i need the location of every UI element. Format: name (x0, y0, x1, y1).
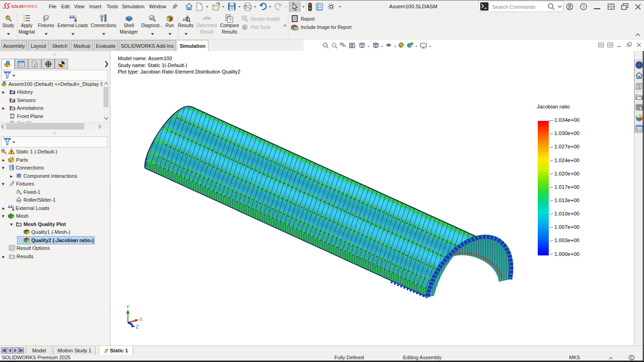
svg-text:Y: Y (126, 304, 130, 310)
svg-text:1.007e+00: 1.007e+00 (554, 224, 580, 230)
svg-text:?: ? (582, 4, 585, 9)
svg-text:1.003e+00: 1.003e+00 (554, 238, 580, 243)
svg-text:1.013e+00: 1.013e+00 (554, 198, 580, 203)
svg-text:1.017e+00: 1.017e+00 (554, 184, 580, 190)
svg-text:1.000e+00: 1.000e+00 (554, 251, 580, 257)
svg-text:1.010e+00: 1.010e+00 (554, 211, 580, 216)
svg-text:Z: Z (136, 324, 139, 329)
svg-text:?: ? (229, 17, 232, 22)
svg-text:A: A (12, 107, 13, 110)
svg-text:X: X (139, 317, 143, 322)
svg-text:1.034e+00: 1.034e+00 (554, 117, 580, 123)
svg-text:WORKS: WORKS (23, 5, 38, 9)
svg-text:Jacobian ratio: Jacobian ratio (537, 104, 570, 109)
svg-text:SOLID: SOLID (11, 5, 23, 9)
svg-text:1.027e+00: 1.027e+00 (554, 144, 580, 149)
svg-text:1.024e+00: 1.024e+00 (554, 158, 580, 163)
svg-text:1.020e+00: 1.020e+00 (554, 171, 580, 176)
svg-text:1.030e+00: 1.030e+00 (554, 130, 580, 136)
